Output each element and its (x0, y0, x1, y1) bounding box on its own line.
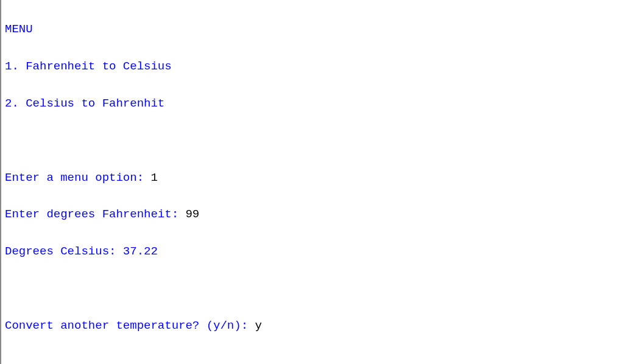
input-fahrenheit: 99 (185, 208, 199, 221)
terminal-output: MENU 1. Fahrenheit to Celsius 2. Celsius… (0, 0, 633, 364)
menu-title: MENU (5, 23, 33, 36)
input-menu-option-1: 1 (150, 171, 157, 184)
prompt-fahrenheit: Enter degrees Fahrenheit: (5, 208, 185, 221)
menu-option-1: 1. Fahrenheit to Celsius (5, 60, 172, 73)
input-convert-1: y (255, 319, 261, 332)
blank-line (5, 355, 12, 364)
menu-option-2: 2. Celsius to Fahrenhit (5, 97, 164, 110)
prompt-menu-option-1: Enter a menu option: (5, 171, 150, 184)
prompt-convert-1: Convert another temperature? (y/n): (5, 319, 255, 332)
blank-line (5, 282, 12, 295)
blank-line (5, 134, 12, 147)
result-celsius: Degrees Celsius: 37.22 (5, 245, 158, 258)
